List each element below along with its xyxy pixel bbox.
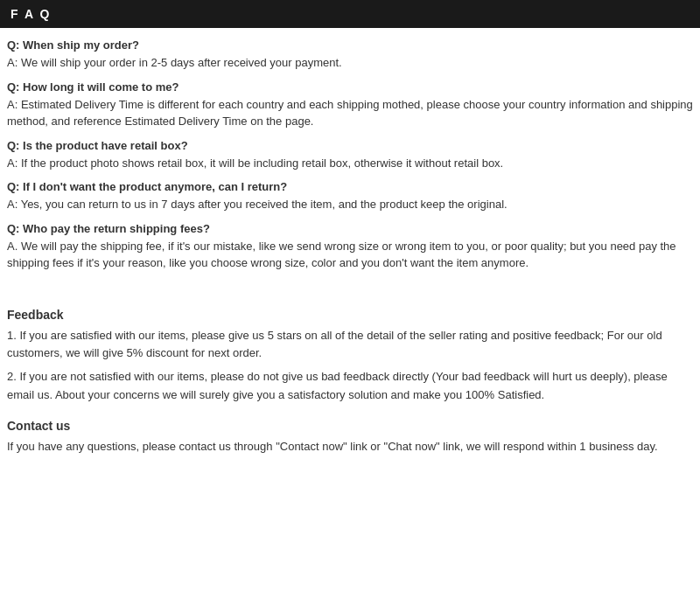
feedback-divider xyxy=(7,281,693,294)
answer-3: A: If the product photo shows retail box… xyxy=(7,155,693,172)
contact-section: Contact us If you have any questions, pl… xyxy=(7,419,693,456)
contact-title: Contact us xyxy=(7,419,693,433)
contact-body: If you have any questions, please contac… xyxy=(7,438,693,456)
faq-item-5: Q: Who pay the return shipping fees? A. … xyxy=(7,222,693,272)
faq-header: F A Q xyxy=(0,0,700,28)
content-area: Q: When ship my order? A: We will ship y… xyxy=(0,38,700,456)
feedback-section: Feedback 1. If you are satisfied with ou… xyxy=(7,308,693,405)
feedback-title: Feedback xyxy=(7,308,693,322)
answer-2: A: Estimated Delivery Time is different … xyxy=(7,96,693,130)
question-4: Q: If I don't want the product anymore, … xyxy=(7,180,693,193)
faq-list: Q: When ship my order? A: We will ship y… xyxy=(7,38,693,272)
question-1: Q: When ship my order? xyxy=(7,38,693,52)
answer-5: A. We will pay the shipping fee, if it's… xyxy=(7,238,693,272)
faq-item-3: Q: Is the product have retail box? A: If… xyxy=(7,139,693,172)
faq-item-1: Q: When ship my order? A: We will ship y… xyxy=(7,38,693,72)
question-3: Q: Is the product have retail box? xyxy=(7,139,693,152)
answer-1: A: We will ship your order in 2-5 days a… xyxy=(7,54,693,72)
feedback-point2: 2. If you are not satisfied with our ite… xyxy=(7,368,693,405)
question-2: Q: How long it will come to me? xyxy=(7,80,693,94)
question-5: Q: Who pay the return shipping fees? xyxy=(7,222,693,235)
feedback-point1: 1. If you are satisfied with our items, … xyxy=(7,327,693,364)
faq-item-4: Q: If I don't want the product anymore, … xyxy=(7,180,693,213)
faq-item-2: Q: How long it will come to me? A: Estim… xyxy=(7,80,693,130)
answer-4: A: Yes, you can return to us in 7 days a… xyxy=(7,196,693,213)
